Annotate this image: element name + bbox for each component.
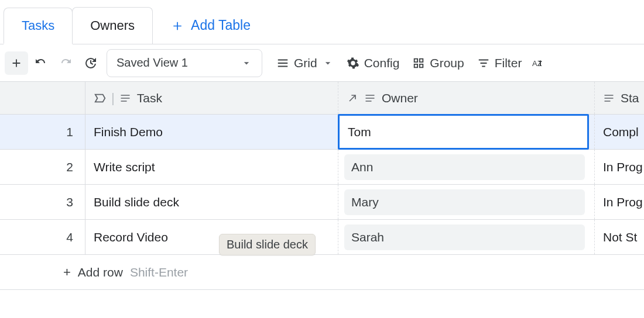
history-icon <box>83 56 97 70</box>
status-cell[interactable]: In Prog <box>595 150 644 184</box>
undo-icon <box>34 56 48 70</box>
task-header-label: Task <box>137 91 162 105</box>
sort-button[interactable]: AZ <box>531 56 545 70</box>
sort-az-icon: AZ <box>531 56 545 70</box>
plus-icon <box>10 57 23 70</box>
redo-icon <box>59 56 73 70</box>
table-row[interactable]: 3 Build slide deck Mary In Prog <box>0 185 644 220</box>
task-cell[interactable]: Write script <box>85 150 338 184</box>
table-row[interactable]: 4 Record Video Sarah Not St <box>0 220 644 255</box>
chevron-down-icon <box>241 57 252 69</box>
owner-value[interactable]: Ann <box>344 154 585 180</box>
status-column-header[interactable]: Sta <box>595 82 644 114</box>
config-label: Config <box>364 56 400 70</box>
tooltip: Build slide deck <box>219 234 316 255</box>
history-button[interactable] <box>78 51 102 75</box>
grid-label: Grid <box>294 56 317 70</box>
group-label: Group <box>430 56 464 70</box>
group-icon <box>412 57 425 70</box>
group-button[interactable]: Group <box>412 56 464 70</box>
row-number-header <box>0 82 85 114</box>
row-number: 4 <box>0 220 85 254</box>
lookup-arrow-icon <box>347 92 358 104</box>
text-icon <box>603 92 615 104</box>
filter-label: Filter <box>495 56 522 70</box>
table-row[interactable]: 2 Write script Ann In Prog <box>0 150 644 185</box>
status-cell[interactable]: In Prog <box>595 185 644 219</box>
add-row-label: Add row <box>78 265 123 279</box>
tab-tasks[interactable]: Tasks <box>4 8 73 44</box>
tab-bar: Tasks Owners ＋ Add Table <box>0 0 644 44</box>
table-header-row: | Task Owner Sta <box>0 82 644 115</box>
task-cell[interactable]: Build slide deck <box>85 185 338 219</box>
status-cell[interactable]: Compl <box>595 115 644 149</box>
redo-button[interactable] <box>54 51 77 75</box>
text-icon <box>364 92 376 104</box>
task-cell[interactable]: Finish Demo <box>85 115 338 149</box>
toolbar: Saved View 1 Grid Config Group Filter AZ <box>0 44 644 82</box>
add-table-label: Add Table <box>191 18 251 33</box>
divider: | <box>111 91 115 106</box>
table-row[interactable]: 1 Finish Demo Tom Compl <box>0 115 644 150</box>
add-table-button[interactable]: ＋ Add Table <box>170 7 251 44</box>
owner-cell[interactable]: Ann <box>338 150 595 184</box>
grid-view-button[interactable]: Grid <box>276 56 334 70</box>
list-icon <box>276 57 289 70</box>
filter-button[interactable]: Filter <box>477 56 522 70</box>
row-number: 3 <box>0 185 85 219</box>
plus-icon: + <box>63 265 71 280</box>
task-column-header[interactable]: | Task <box>85 82 338 114</box>
status-cell[interactable]: Not St <box>595 220 644 254</box>
undo-button[interactable] <box>29 51 53 75</box>
saved-view-selector[interactable]: Saved View 1 <box>107 49 262 77</box>
config-button[interactable]: Config <box>347 56 400 70</box>
add-row-hint: Shift-Enter <box>130 265 188 279</box>
row-number: 2 <box>0 150 85 184</box>
owner-selected-value[interactable]: Tom <box>338 114 589 150</box>
owner-cell[interactable]: Sarah <box>338 220 595 254</box>
tab-owners[interactable]: Owners <box>72 7 153 44</box>
owner-value[interactable]: Sarah <box>344 224 585 250</box>
owner-cell[interactable]: Mary <box>338 185 595 219</box>
owner-cell[interactable]: Tom <box>338 115 595 149</box>
text-icon <box>119 92 131 104</box>
owner-header-label: Owner <box>382 91 418 105</box>
chevron-down-icon <box>322 57 334 69</box>
owner-column-header[interactable]: Owner <box>338 82 595 114</box>
row-number: 1 <box>0 115 85 149</box>
filter-icon <box>477 57 490 70</box>
owner-value[interactable]: Mary <box>344 189 585 215</box>
add-button[interactable] <box>5 51 28 75</box>
plus-icon: ＋ <box>170 15 185 36</box>
add-row-button[interactable]: + Add row Shift-Enter <box>0 255 644 290</box>
gear-icon <box>347 57 359 70</box>
saved-view-label: Saved View 1 <box>117 56 188 70</box>
tag-icon <box>94 92 107 105</box>
status-header-label: Sta <box>621 91 639 105</box>
